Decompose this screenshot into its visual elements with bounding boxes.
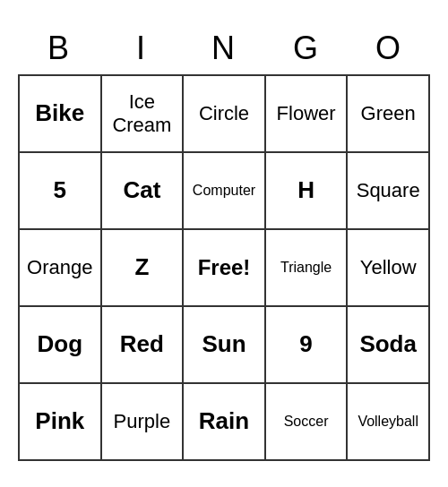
cell-text: Soccer: [284, 413, 329, 430]
header-letter: G: [265, 26, 348, 74]
bingo-cell: Green: [348, 76, 430, 153]
bingo-cell: Yellow: [348, 230, 430, 307]
cell-text: Green: [361, 102, 416, 125]
bingo-cell: Dog: [20, 307, 102, 384]
bingo-cell: H: [266, 153, 349, 230]
cell-text: Sun: [202, 330, 246, 358]
bingo-cell: Pink: [20, 384, 102, 461]
header-letter: I: [100, 26, 183, 74]
cell-text: 9: [299, 330, 312, 358]
bingo-cell: Red: [102, 307, 185, 384]
bingo-cell: IceCream: [102, 76, 185, 153]
bingo-cell: Soccer: [266, 384, 349, 461]
bingo-cell: 9: [266, 307, 349, 384]
bingo-cell: Purple: [102, 384, 185, 461]
cell-text: Square: [357, 179, 420, 202]
bingo-cell: Cat: [102, 153, 185, 230]
bingo-cell: Free!: [184, 230, 266, 307]
cell-text: IceCream: [112, 90, 171, 138]
cell-text: Orange: [27, 256, 92, 279]
bingo-cell: 5: [20, 153, 102, 230]
bingo-cell: Triangle: [266, 230, 349, 307]
bingo-grid: BikeIceCreamCircleFlowerGreen5CatCompute…: [18, 74, 430, 461]
cell-text: Purple: [114, 410, 171, 433]
bingo-cell: Sun: [184, 307, 266, 384]
cell-text: H: [297, 176, 314, 204]
cell-text: Rain: [199, 407, 249, 435]
header-letter: N: [183, 26, 265, 74]
cell-text: Cat: [123, 176, 160, 204]
cell-text: Yellow: [360, 256, 417, 279]
cell-text: Bike: [35, 99, 84, 127]
bingo-cell: Flower: [266, 76, 349, 153]
cell-text: Volleyball: [358, 413, 418, 430]
bingo-cell: Z: [102, 230, 185, 307]
cell-text: Z: [134, 253, 149, 281]
header-letter: O: [348, 26, 430, 74]
cell-text: Circle: [199, 102, 249, 125]
bingo-cell: Soda: [348, 307, 430, 384]
bingo-cell: Computer: [184, 153, 266, 230]
bingo-card: BINGO BikeIceCreamCircleFlowerGreen5CatC…: [18, 26, 430, 461]
bingo-cell: Square: [348, 153, 430, 230]
cell-text: Computer: [193, 182, 255, 199]
header-letter: B: [18, 26, 100, 74]
bingo-cell: Volleyball: [348, 384, 430, 461]
cell-text: Free!: [198, 255, 251, 281]
cell-text: 5: [54, 176, 66, 204]
cell-text: Pink: [35, 407, 84, 435]
cell-text: Triangle: [280, 259, 332, 276]
cell-text: Dog: [38, 330, 83, 358]
cell-text: Soda: [359, 330, 417, 358]
cell-text: Red: [120, 330, 164, 358]
bingo-cell: Circle: [184, 76, 266, 153]
bingo-cell: Orange: [20, 230, 102, 307]
bingo-header: BINGO: [18, 26, 430, 74]
bingo-cell: Rain: [184, 384, 266, 461]
cell-text: Flower: [277, 102, 336, 125]
bingo-cell: Bike: [20, 76, 102, 153]
